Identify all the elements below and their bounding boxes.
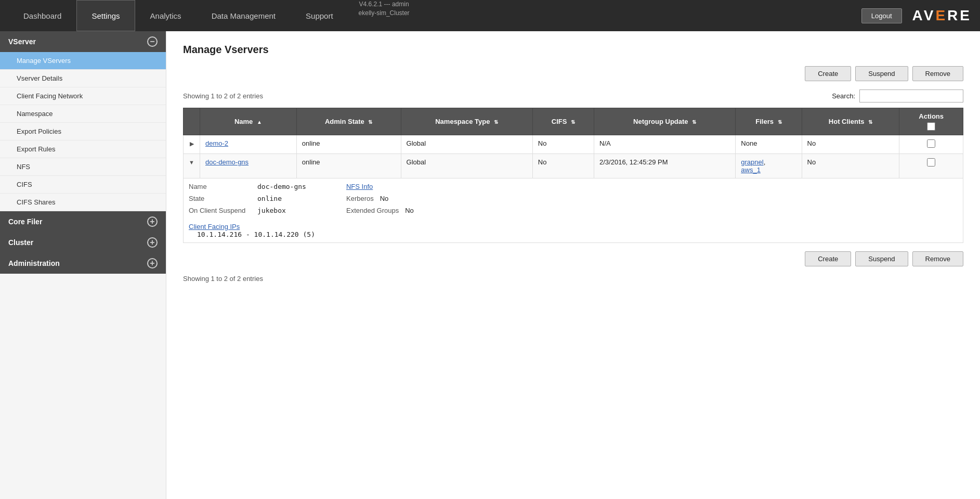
- col-netgroup-update-label: Netgroup Update: [633, 118, 688, 125]
- sidebar-section-core-filer[interactable]: Core Filer +: [0, 211, 166, 232]
- row2-filers-cell: grapnel, aws_1: [736, 154, 802, 178]
- col-name-label: Name: [234, 118, 253, 125]
- detail-on-client-suspend-label: On Client Suspend: [189, 207, 251, 214]
- tab-data-management[interactable]: Data Management: [197, 0, 291, 31]
- table-controls-bottom: Showing 1 to 2 of 2 entries: [183, 275, 963, 283]
- row2-name-link[interactable]: doc-demo-gns: [205, 158, 249, 166]
- tab-settings[interactable]: Settings: [76, 0, 135, 31]
- detail-state-field: State online: [189, 195, 315, 202]
- nav-tabs: Dashboard Settings Analytics Data Manage…: [8, 0, 861, 31]
- avere-logo: AVERE: [912, 7, 972, 24]
- create-button-top[interactable]: Create: [805, 66, 851, 81]
- table-row: ▼ doc-demo-gns online Global No 2/3/2016…: [184, 154, 963, 178]
- col-filers[interactable]: Filers ⇅: [736, 108, 802, 135]
- detail-kerberos-value: No: [380, 195, 389, 202]
- sidebar-item-client-facing-network[interactable]: Client Facing Network: [0, 87, 166, 105]
- administration-expand-icon: +: [147, 258, 158, 268]
- vserver-section-label: VServer: [8, 37, 36, 46]
- col-cifs[interactable]: CIFS ⇅: [532, 108, 594, 135]
- actions-select-all-checkbox[interactable]: [927, 122, 935, 131]
- create-button-bottom[interactable]: Create: [805, 251, 851, 266]
- row1-expand-arrow[interactable]: ▶: [190, 140, 194, 147]
- sidebar-item-manage-vservers[interactable]: Manage VServers: [0, 52, 166, 70]
- detail-name-value: doc-demo-gns: [257, 183, 306, 190]
- row1-netgroup-update-cell: N/A: [594, 135, 736, 154]
- core-filer-section-label: Core Filer: [8, 217, 42, 226]
- main-content: Manage Vservers Create Suspend Remove Sh…: [166, 31, 980, 499]
- table-controls-top: Showing 1 to 2 of 2 entries Search:: [183, 89, 963, 103]
- col-hot-clients-label: Hot Clients: [829, 118, 865, 125]
- vservers-table: Name ▲ Admin State ⇅ Namespace Type ⇅ CI…: [183, 108, 963, 243]
- row2-hot-clients-cell: No: [802, 154, 899, 178]
- col-expand: [184, 108, 200, 135]
- detail-kerberos-field: Kerberos No: [346, 195, 414, 202]
- showing-text-top: Showing 1 to 2 of 2 entries: [183, 92, 263, 100]
- detail-cell: Name doc-demo-gns State online On Client…: [184, 178, 963, 243]
- row2-name-cell: doc-demo-gns: [200, 154, 297, 178]
- row1-action-checkbox[interactable]: [927, 139, 935, 148]
- col-admin-state-label: Admin State: [325, 118, 364, 125]
- sidebar-item-cifs-shares[interactable]: CIFS Shares: [0, 194, 166, 211]
- detail-name-label: Name: [189, 183, 251, 190]
- sidebar-item-vserver-details[interactable]: Vserver Details: [0, 70, 166, 87]
- remove-button-bottom[interactable]: Remove: [912, 251, 963, 266]
- sidebar-item-cifs[interactable]: CIFS: [0, 176, 166, 194]
- sidebar-section-vserver[interactable]: VServer −: [0, 31, 166, 52]
- sidebar-item-export-policies[interactable]: Export Policies: [0, 123, 166, 140]
- row2-filer-grapnel-link[interactable]: grapnel: [741, 158, 763, 166]
- page-title: Manage Vservers: [183, 44, 963, 56]
- col-filers-label: Filers: [755, 118, 774, 125]
- sidebar-item-nfs[interactable]: NFS: [0, 158, 166, 176]
- search-label: Search:: [832, 92, 855, 100]
- remove-button-top[interactable]: Remove: [912, 66, 963, 81]
- layout: VServer − Manage VServers Vserver Detail…: [0, 31, 980, 499]
- sidebar-item-namespace[interactable]: Namespace: [0, 105, 166, 123]
- cluster-section-label: Cluster: [8, 238, 33, 247]
- col-name[interactable]: Name ▲: [200, 108, 297, 135]
- tab-dashboard[interactable]: Dashboard: [8, 0, 76, 31]
- topbar: Dashboard Settings Analytics Data Manage…: [0, 0, 980, 31]
- col-name-sort-icon: ▲: [257, 119, 262, 125]
- sidebar-section-administration[interactable]: Administration +: [0, 253, 166, 274]
- topbar-right: Logout AVERE: [861, 7, 972, 24]
- sidebar: VServer − Manage VServers Vserver Detail…: [0, 31, 166, 499]
- client-facing-ips-link[interactable]: Client Facing IPs: [189, 223, 240, 231]
- row2-admin-state-cell: online: [296, 154, 401, 178]
- col-filers-sort-icon: ⇅: [778, 119, 782, 125]
- logout-button[interactable]: Logout: [861, 8, 902, 23]
- detail-on-client-suspend-field: On Client Suspend jukebox: [189, 207, 315, 214]
- sidebar-section-cluster[interactable]: Cluster +: [0, 232, 166, 253]
- col-netgroup-update[interactable]: Netgroup Update ⇅: [594, 108, 736, 135]
- cluster-expand-icon: +: [147, 237, 158, 248]
- detail-extended-groups-field: Extended Groups No: [346, 207, 414, 214]
- row2-filer-aws1-link[interactable]: aws_1: [741, 166, 761, 174]
- tab-analytics[interactable]: Analytics: [135, 0, 197, 31]
- row1-name-link[interactable]: demo-2: [205, 139, 228, 147]
- action-buttons-top: Create Suspend Remove: [183, 66, 963, 81]
- col-namespace-type-label: Namespace Type: [435, 118, 490, 125]
- detail-extended-groups-label: Extended Groups: [346, 207, 399, 214]
- suspend-button-bottom[interactable]: Suspend: [855, 251, 908, 266]
- col-namespace-type[interactable]: Namespace Type ⇅: [401, 108, 532, 135]
- table-row: ▶ demo-2 online Global No N/A None No: [184, 135, 963, 154]
- col-actions-label: Actions: [919, 112, 944, 120]
- detail-extended-groups-value: No: [405, 207, 414, 214]
- row2-action-checkbox[interactable]: [927, 158, 935, 167]
- nfs-info-link[interactable]: NFS Info: [346, 183, 414, 190]
- detail-state-value: online: [257, 195, 282, 202]
- detail-row: Name doc-demo-gns State online On Client…: [184, 178, 963, 243]
- row1-filers-cell: None: [736, 135, 802, 154]
- col-admin-state[interactable]: Admin State ⇅: [296, 108, 401, 135]
- sidebar-item-export-rules[interactable]: Export Rules: [0, 140, 166, 158]
- row1-admin-state-cell: online: [296, 135, 401, 154]
- col-hot-clients[interactable]: Hot Clients ⇅: [802, 108, 899, 135]
- search-input[interactable]: [859, 89, 963, 103]
- detail-name-field: Name doc-demo-gns: [189, 183, 315, 190]
- row1-namespace-type-cell: Global: [401, 135, 532, 154]
- showing-text-bottom: Showing 1 to 2 of 2 entries: [183, 275, 263, 283]
- tab-support[interactable]: Support: [291, 0, 348, 31]
- version-cluster-info: V4.6.2.1 --- admin ekelly-sim_Cluster: [359, 0, 410, 31]
- suspend-button-top[interactable]: Suspend: [855, 66, 908, 81]
- row2-expand-arrow[interactable]: ▼: [189, 159, 194, 165]
- core-filer-expand-icon: +: [147, 216, 158, 227]
